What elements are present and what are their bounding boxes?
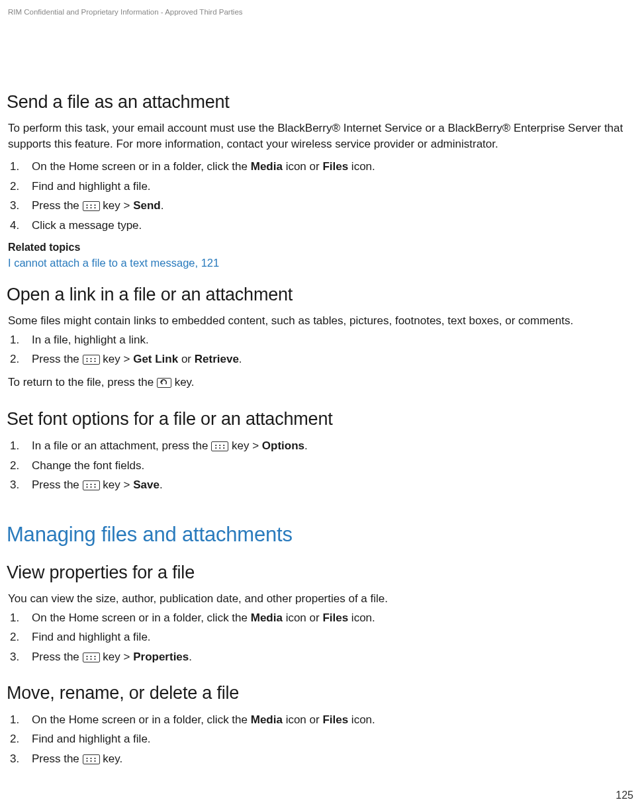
properties-label: Properties: [133, 651, 189, 663]
step-text: icon.: [348, 713, 375, 726]
heading-send-attachment: Send a file as an attachment: [7, 90, 637, 115]
step-item: Find and highlight a file.: [23, 178, 637, 195]
heading-open-link: Open a link in a file or an attachment: [7, 283, 637, 308]
note-text: key.: [171, 376, 195, 388]
step-text: .: [239, 353, 242, 365]
files-label: Files: [322, 611, 348, 624]
note-text: To return to the file, press the: [8, 376, 157, 388]
heading-move-rename-delete: Move, rename, or delete a file: [7, 681, 637, 706]
step-text: key >: [100, 478, 134, 491]
confidential-header: RIM Confidential and Proprietary Informa…: [7, 7, 637, 17]
media-label: Media: [251, 160, 283, 173]
step-text: .: [304, 439, 308, 452]
step-text: In a file or an attachment, press the: [32, 439, 211, 452]
steps-list: On the Home screen or in a folder, click…: [7, 158, 637, 234]
step-text: key >: [228, 439, 262, 452]
step-item: Press the key > Save.: [23, 476, 637, 494]
steps-list: On the Home screen or in a folder, click…: [7, 609, 637, 666]
step-text: .: [189, 651, 192, 663]
step-item: Change the font fields.: [23, 457, 637, 474]
step-text: key >: [100, 199, 134, 212]
step-text: or: [178, 353, 195, 365]
step-item: Press the key.: [23, 750, 637, 768]
step-item: On the Home screen or in a folder, click…: [23, 711, 637, 729]
bb-menu-key-icon: [83, 754, 100, 764]
step-text: icon or: [283, 713, 322, 726]
step-item: Press the key > Send.: [23, 197, 637, 214]
media-label: Media: [251, 611, 283, 624]
step-text: Press the: [32, 353, 83, 365]
files-label: Files: [322, 713, 348, 726]
step-item: In a file, highlight a link.: [23, 332, 637, 349]
step-text: Press the: [32, 752, 83, 765]
step-text: key >: [100, 353, 134, 365]
step-item: Click a message type.: [23, 217, 637, 234]
send-label: Send: [133, 199, 161, 212]
steps-list: In a file, highlight a link. Press the k…: [7, 332, 637, 368]
step-text: On the Home screen or in a folder, click…: [32, 611, 251, 624]
steps-list: On the Home screen or in a folder, click…: [7, 711, 637, 768]
bb-menu-key-icon: [83, 201, 100, 211]
bb-menu-key-icon: [83, 653, 100, 662]
bb-menu-key-icon: [211, 441, 228, 451]
step-item: On the Home screen or in a folder, click…: [23, 609, 637, 627]
related-topic-link[interactable]: I cannot attach a file to a text message…: [8, 255, 637, 271]
step-text: icon or: [283, 160, 322, 173]
step-item: Press the key > Get Link or Retrieve.: [23, 351, 637, 368]
options-label: Options: [262, 439, 304, 452]
step-text: key.: [100, 752, 123, 765]
step-text: Press the: [32, 199, 83, 212]
step-text: icon.: [348, 160, 375, 173]
media-label: Media: [251, 713, 283, 726]
step-text: .: [160, 478, 163, 491]
step-item: Find and highlight a file.: [23, 629, 637, 646]
step-text: key >: [100, 651, 134, 663]
step-item: Find and highlight a file.: [23, 731, 637, 748]
section-managing-files: Managing files and attachments: [7, 520, 637, 549]
step-text: Press the: [32, 651, 83, 663]
retrieve-label: Retrieve: [195, 353, 239, 365]
return-note: To return to the file, press the key.: [8, 375, 637, 390]
step-item: Press the key > Properties.: [23, 649, 637, 666]
step-text: On the Home screen or in a folder, click…: [32, 160, 251, 173]
step-text: On the Home screen or in a folder, click…: [32, 713, 251, 726]
back-key-icon: [157, 378, 171, 388]
document-page: RIM Confidential and Proprietary Informa…: [0, 0, 644, 812]
bb-menu-key-icon: [83, 355, 100, 365]
get-link-label: Get Link: [133, 353, 178, 365]
intro-paragraph: Some files might contain links to embedd…: [8, 313, 637, 329]
steps-list: In a file or an attachment, press the ke…: [7, 437, 637, 494]
step-text: icon or: [283, 611, 322, 624]
step-item: In a file or an attachment, press the ke…: [23, 437, 637, 455]
intro-paragraph: To perform this task, your email account…: [8, 120, 637, 152]
bb-menu-key-icon: [83, 480, 100, 490]
files-label: Files: [322, 160, 348, 173]
page-number: 125: [616, 788, 633, 803]
intro-paragraph: You can view the size, author, publicati…: [8, 591, 637, 607]
heading-font-options: Set font options for a file or an attach…: [7, 407, 637, 432]
step-text: icon.: [348, 611, 375, 624]
step-text: Press the: [32, 478, 83, 491]
step-item: On the Home screen or in a folder, click…: [23, 158, 637, 175]
step-text: .: [161, 199, 164, 212]
heading-view-properties: View properties for a file: [7, 561, 637, 586]
related-topics-label: Related topics: [8, 240, 637, 255]
save-label: Save: [133, 478, 160, 491]
